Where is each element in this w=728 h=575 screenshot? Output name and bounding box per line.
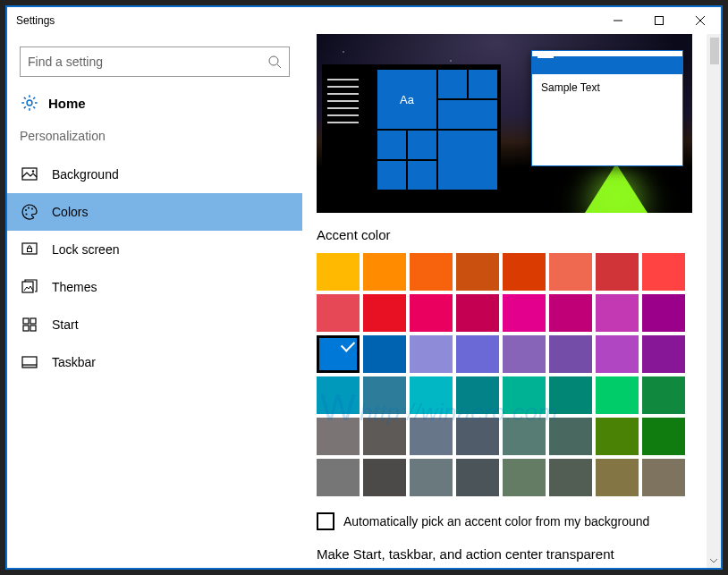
auto-accent-checkbox[interactable] — [317, 512, 334, 530]
category-label: Personalization — [7, 123, 302, 156]
accent-swatch[interactable] — [596, 253, 639, 291]
preview-start-menu: Aa — [322, 64, 501, 199]
sidebar-item-lockscreen[interactable]: Lock screen — [7, 231, 302, 268]
content-area: Aa Sample Text Accent color — [302, 34, 721, 568]
accent-swatch[interactable] — [596, 418, 639, 455]
accent-swatch[interactable] — [317, 294, 360, 332]
sidebar-item-background[interactable]: Background — [7, 156, 302, 193]
sidebar-item-colors[interactable]: Colors — [7, 193, 302, 231]
scrollbar-down-icon[interactable] — [707, 554, 721, 568]
search-input[interactable] — [28, 55, 267, 69]
accent-swatch[interactable] — [456, 335, 499, 373]
svg-rect-1 — [656, 17, 664, 25]
maximize-icon — [655, 16, 664, 25]
svg-point-4 — [269, 56, 278, 65]
accent-swatch[interactable] — [456, 253, 499, 291]
start-icon — [21, 317, 38, 333]
preview-sample-window: Sample Text — [531, 50, 683, 166]
accent-swatch[interactable] — [549, 294, 592, 332]
accent-swatch[interactable] — [456, 418, 499, 455]
accent-swatch[interactable] — [549, 253, 592, 291]
svg-point-6 — [27, 100, 32, 106]
svg-rect-19 — [30, 326, 36, 331]
scrollbar-thumb[interactable] — [710, 38, 719, 64]
accent-swatch[interactable] — [642, 335, 685, 373]
accent-swatch[interactable] — [456, 376, 499, 414]
colors-icon — [21, 204, 38, 220]
accent-swatch[interactable] — [317, 253, 360, 291]
accent-swatch[interactable] — [596, 459, 639, 496]
taskbar-icon — [21, 354, 38, 370]
main-area: Home Personalization BackgroundColorsLoc… — [7, 34, 721, 568]
themes-icon — [21, 279, 38, 295]
accent-swatch[interactable] — [549, 418, 592, 455]
accent-swatch[interactable] — [410, 376, 453, 414]
minimize-icon — [614, 16, 622, 25]
accent-swatch[interactable] — [317, 418, 360, 455]
accent-swatch[interactable] — [549, 335, 592, 373]
accent-swatch[interactable] — [596, 376, 639, 414]
accent-swatch[interactable] — [642, 418, 685, 455]
accent-swatch[interactable] — [503, 335, 546, 373]
svg-rect-7 — [22, 168, 37, 180]
accent-swatch[interactable] — [596, 294, 639, 332]
accent-swatch[interactable] — [549, 376, 592, 414]
svg-rect-14 — [28, 249, 32, 252]
sidebar-item-start[interactable]: Start — [7, 306, 302, 343]
preview-tile-text: Aa — [377, 70, 436, 129]
sidebar-item-themes[interactable]: Themes — [7, 268, 302, 306]
accent-swatch[interactable] — [549, 459, 592, 496]
sidebar: Home Personalization BackgroundColorsLoc… — [7, 34, 302, 568]
vertical-scrollbar[interactable] — [707, 34, 721, 568]
accent-swatch[interactable] — [503, 253, 546, 291]
accent-swatch[interactable] — [642, 459, 685, 496]
accent-swatch[interactable] — [317, 335, 360, 373]
gear-icon — [20, 93, 39, 113]
sidebar-item-label: Lock screen — [52, 242, 119, 257]
accent-swatch[interactable] — [456, 459, 499, 496]
home-link[interactable]: Home — [7, 86, 302, 123]
content-scroll[interactable]: Aa Sample Text Accent color — [302, 34, 721, 568]
accent-swatch[interactable] — [410, 253, 453, 291]
accent-swatch[interactable] — [363, 253, 406, 291]
accent-swatch[interactable] — [642, 253, 685, 291]
accent-swatch[interactable] — [363, 376, 406, 414]
search-box[interactable] — [20, 47, 290, 77]
minimize-button[interactable] — [597, 7, 639, 34]
maximize-button[interactable] — [639, 7, 680, 34]
section-accent-title: Accent color — [317, 227, 710, 242]
accent-swatch[interactable] — [503, 294, 546, 332]
accent-swatch[interactable] — [317, 376, 360, 414]
svg-point-11 — [31, 208, 33, 210]
accent-swatch[interactable] — [410, 294, 453, 332]
accent-swatch[interactable] — [410, 335, 453, 373]
sidebar-item-taskbar[interactable]: Taskbar — [7, 343, 302, 381]
accent-swatch[interactable] — [503, 418, 546, 455]
accent-swatch[interactable] — [363, 294, 406, 332]
svg-point-10 — [28, 207, 30, 209]
sidebar-item-label: Start — [52, 317, 79, 332]
settings-window: Settings Hom — [5, 5, 723, 570]
accent-swatch[interactable] — [317, 459, 360, 496]
search-icon — [267, 55, 282, 69]
color-preview: Aa Sample Text — [317, 34, 692, 213]
accent-swatch[interactable] — [642, 376, 685, 414]
accent-swatch[interactable] — [596, 335, 639, 373]
accent-swatch[interactable] — [363, 335, 406, 373]
nav-list: BackgroundColorsLock screenThemesStartTa… — [7, 156, 302, 381]
accent-swatch[interactable] — [456, 294, 499, 332]
preview-sample-text: Sample Text — [532, 74, 682, 101]
accent-swatch[interactable] — [410, 459, 453, 496]
title-bar: Settings — [7, 7, 721, 34]
accent-swatch[interactable] — [363, 459, 406, 496]
sidebar-item-label: Colors — [52, 205, 88, 219]
svg-line-5 — [277, 64, 281, 68]
accent-swatch[interactable] — [503, 459, 546, 496]
svg-rect-16 — [23, 318, 29, 324]
accent-swatch[interactable] — [363, 418, 406, 455]
close-button[interactable] — [680, 7, 721, 34]
accent-swatch[interactable] — [642, 294, 685, 332]
accent-swatch[interactable] — [410, 418, 453, 455]
window-title: Settings — [7, 14, 55, 27]
accent-swatch[interactable] — [503, 376, 546, 414]
